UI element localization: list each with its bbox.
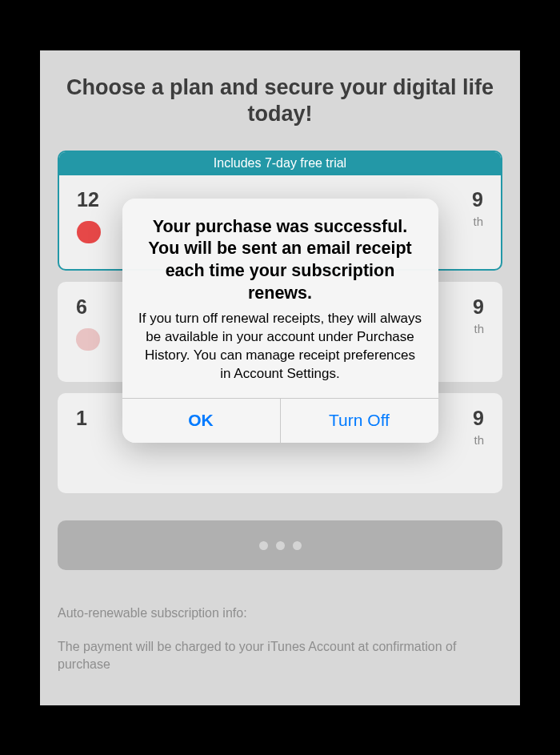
ok-button[interactable]: OK [122, 399, 281, 443]
turn-off-button[interactable]: Turn Off [281, 399, 438, 443]
alert-title: Your purchase was successful. You will b… [138, 216, 422, 306]
alert-backdrop: Your purchase was successful. You will b… [40, 50, 520, 705]
alert-button-row: OK Turn Off [122, 398, 438, 443]
subscription-plan-screen: Choose a plan and secure your digital li… [40, 50, 520, 705]
purchase-success-alert: Your purchase was successful. You will b… [122, 199, 438, 444]
alert-message: If you turn off renewal receipts, they w… [138, 310, 422, 384]
